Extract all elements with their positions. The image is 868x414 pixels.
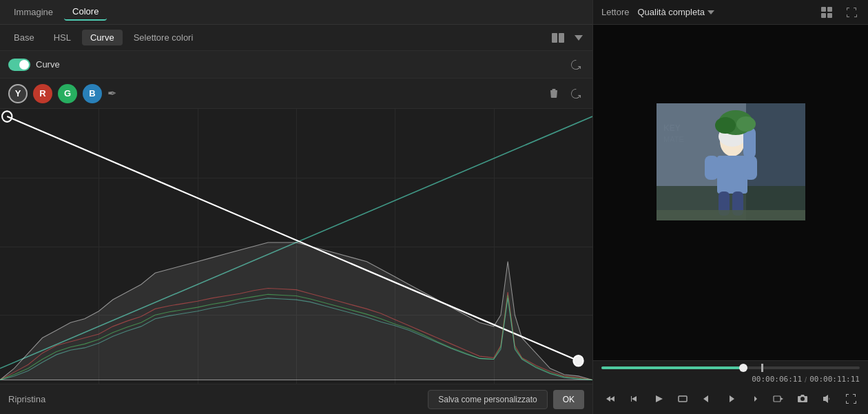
svg-rect-25 xyxy=(679,396,687,402)
progress-track[interactable] xyxy=(601,366,860,369)
svg-rect-4 xyxy=(821,7,826,12)
subtab-curve[interactable]: Curve xyxy=(82,30,123,45)
svg-rect-6 xyxy=(821,13,826,18)
reset-points-button[interactable] xyxy=(568,85,584,102)
svg-rect-26 xyxy=(774,396,781,402)
quality-chevron-icon xyxy=(707,10,714,14)
playback-controls xyxy=(601,389,860,408)
tab-colore[interactable]: Colore xyxy=(64,3,107,21)
grid-icon xyxy=(821,7,832,18)
right-header: Lettore Qualità completa xyxy=(593,0,868,25)
curve-svg xyxy=(0,109,592,384)
playback-area: 00:00:06:11 / 00:00:11:11 xyxy=(593,360,868,414)
curve-panel-header: Curve xyxy=(0,51,592,79)
svg-point-20 xyxy=(715,117,736,134)
svg-rect-15 xyxy=(717,156,747,194)
overwrite-icon xyxy=(773,393,784,404)
preview-bottom-space xyxy=(593,223,868,360)
svg-text:KEY: KEY xyxy=(663,123,681,133)
current-time: 00:00:06:11 xyxy=(752,375,802,384)
svg-rect-7 xyxy=(827,13,832,18)
save-custom-button[interactable]: Salva come personalizzato xyxy=(428,390,547,409)
rewind-icon xyxy=(605,393,616,404)
mark-out-icon xyxy=(725,393,736,404)
channel-b-button[interactable]: B xyxy=(83,84,102,103)
volume-icon xyxy=(821,393,832,404)
progress-marker xyxy=(761,364,763,372)
lettore-label: Lettore xyxy=(601,7,629,17)
overwrite-button[interactable] xyxy=(769,389,788,408)
step-back-button[interactable] xyxy=(626,389,644,408)
ripristina-button[interactable]: Ripristina xyxy=(8,394,45,404)
delete-points-button[interactable] xyxy=(546,85,562,102)
bottom-bar: Ripristina Salva come personalizzato OK xyxy=(0,384,592,414)
play-icon xyxy=(653,393,664,404)
svg-text:MATE: MATE xyxy=(663,135,684,143)
svg-rect-1 xyxy=(559,33,564,43)
camera-icon xyxy=(797,393,808,404)
step-back-icon xyxy=(629,393,640,404)
insert-button[interactable] xyxy=(745,389,764,408)
tab-immagine[interactable]: Immagine xyxy=(6,4,61,20)
video-preview-svg: KEY MATE xyxy=(657,103,805,220)
svg-rect-24 xyxy=(657,210,805,220)
mark-out-button[interactable] xyxy=(721,389,740,408)
eyedropper-button[interactable]: ✒ xyxy=(107,87,116,100)
rewind-button[interactable] xyxy=(601,389,620,408)
subtab-hsl[interactable]: HSL xyxy=(45,30,79,45)
video-preview-area: KEY MATE xyxy=(593,101,868,223)
expand-button[interactable] xyxy=(841,389,860,408)
svg-point-21 xyxy=(736,116,756,132)
loop-button[interactable] xyxy=(673,389,692,408)
loop-icon xyxy=(677,393,688,404)
channel-g-button[interactable]: G xyxy=(58,84,77,103)
expand-icon xyxy=(845,393,856,404)
reset-curve-button[interactable] xyxy=(568,56,584,73)
fullscreen-button[interactable] xyxy=(843,4,860,21)
time-separator: / xyxy=(805,375,807,384)
svg-rect-0 xyxy=(552,33,557,43)
mark-in-button[interactable] xyxy=(697,389,716,408)
quality-label: Qualità completa xyxy=(637,7,705,17)
subtab-base[interactable]: Base xyxy=(6,30,43,45)
ok-button[interactable]: OK xyxy=(553,390,584,409)
channel-r-button[interactable]: R xyxy=(33,84,52,103)
svg-rect-5 xyxy=(827,7,832,12)
insert-icon xyxy=(749,393,760,404)
progress-bar-row xyxy=(601,366,860,369)
quality-dropdown[interactable]: Qualità completa xyxy=(637,7,714,17)
curve-point-bottomright xyxy=(573,355,583,366)
subtab-selettore[interactable]: Selettore colori xyxy=(125,30,202,45)
volume-button[interactable] xyxy=(817,389,836,408)
subtabs-dropdown-button[interactable] xyxy=(570,30,587,46)
top-tabs-bar: Immagine Colore xyxy=(0,0,592,25)
snapshot-button[interactable] xyxy=(794,389,812,408)
svg-rect-17 xyxy=(743,156,757,180)
right-panel: Lettore Qualità completa xyxy=(592,0,868,414)
curve-toggle[interactable] xyxy=(8,59,30,71)
curve-toolbar: Y R G B ✒ xyxy=(0,79,592,109)
grid-view-button[interactable] xyxy=(818,4,835,21)
progress-fill xyxy=(601,366,743,369)
curve-graph[interactable] xyxy=(0,109,592,384)
split-view-button[interactable] xyxy=(550,30,566,46)
fullscreen-icon xyxy=(846,7,857,18)
left-panel: Immagine Colore Base HSL Curve Selettore… xyxy=(0,0,592,414)
svg-rect-16 xyxy=(705,156,719,180)
channel-y-button[interactable]: Y xyxy=(8,84,28,103)
play-button[interactable] xyxy=(650,389,668,408)
total-time: 00:00:11:11 xyxy=(809,375,860,384)
video-thumbnail: KEY MATE xyxy=(657,103,805,220)
progress-thumb[interactable] xyxy=(739,364,747,372)
curve-label: Curve xyxy=(36,59,60,70)
preview-top xyxy=(593,25,868,101)
mark-in-icon xyxy=(701,393,712,404)
